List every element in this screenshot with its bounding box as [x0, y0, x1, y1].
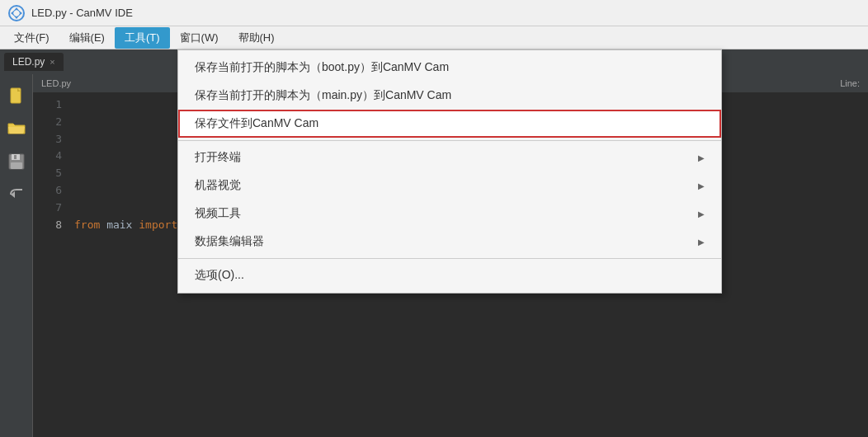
dropdown-overlay[interactable]: 保存当前打开的脚本为（boot.py）到CanMV Cam 保存当前打开的脚本为… — [0, 0, 868, 437]
dropdown-arrow-terminal: ▶ — [698, 153, 705, 162]
dropdown-item-data-editor-label: 数据集编辑器 — [195, 234, 264, 249]
dropdown-item-open-terminal-label: 打开终端 — [195, 150, 241, 165]
dropdown-item-options[interactable]: 选项(O)... — [178, 261, 721, 289]
tools-dropdown-menu: 保存当前打开的脚本为（boot.py）到CanMV Cam 保存当前打开的脚本为… — [177, 49, 722, 294]
dropdown-item-save-boot[interactable]: 保存当前打开的脚本为（boot.py）到CanMV Cam — [178, 54, 721, 82]
dropdown-item-options-label: 选项(O)... — [195, 268, 244, 283]
dropdown-arrow-video: ▶ — [698, 209, 705, 218]
dropdown-item-save-file[interactable]: 保存文件到CanMV Cam — [178, 110, 721, 138]
dropdown-item-machine-vision[interactable]: 机器视觉 ▶ — [178, 172, 721, 200]
dropdown-item-save-boot-label: 保存当前打开的脚本为（boot.py）到CanMV Cam — [195, 60, 449, 75]
dropdown-item-save-file-label: 保存文件到CanMV Cam — [195, 116, 318, 131]
dropdown-item-save-main[interactable]: 保存当前打开的脚本为（main.py）到CanMV Cam — [178, 82, 721, 110]
dropdown-separator-2 — [178, 258, 721, 259]
dropdown-item-save-main-label: 保存当前打开的脚本为（main.py）到CanMV Cam — [195, 88, 451, 103]
dropdown-arrow-vision: ▶ — [698, 181, 705, 190]
dropdown-separator-1 — [178, 140, 721, 141]
dropdown-item-video-tools-label: 视频工具 — [195, 206, 241, 221]
dropdown-item-open-terminal[interactable]: 打开终端 ▶ — [178, 143, 721, 172]
dropdown-arrow-data: ▶ — [698, 237, 705, 247]
dropdown-item-data-editor[interactable]: 数据集编辑器 ▶ — [178, 228, 721, 256]
dropdown-item-machine-vision-label: 机器视觉 — [195, 178, 241, 193]
dropdown-item-video-tools[interactable]: 视频工具 ▶ — [178, 200, 721, 228]
